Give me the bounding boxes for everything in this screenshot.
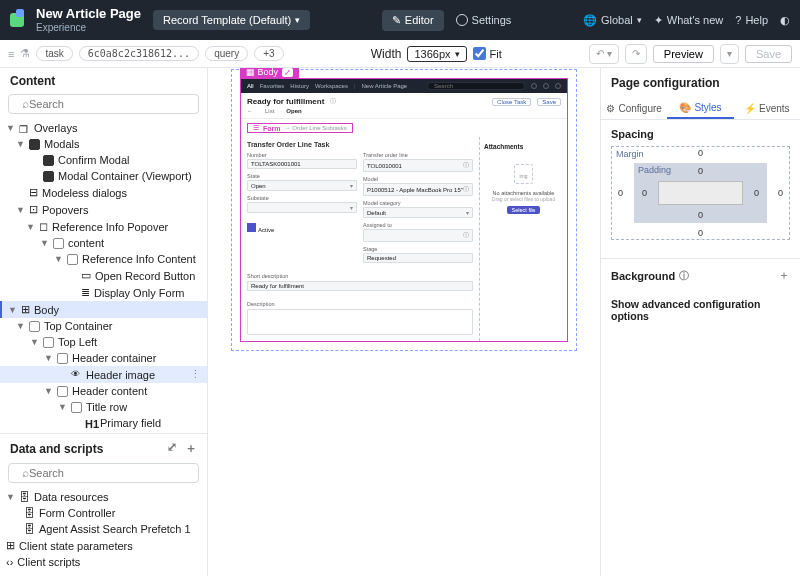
record-id-pill[interactable]: 6c0a8c2c318612... xyxy=(79,46,199,61)
form-controller[interactable]: 🗄Form Controller xyxy=(0,505,207,521)
preview-help-icon xyxy=(543,83,549,89)
tree-top-container[interactable]: ▼Top Container xyxy=(0,318,207,334)
tab-styles[interactable]: 🎨Styles xyxy=(667,98,733,119)
fit-checkbox[interactable]: Fit xyxy=(473,47,502,60)
query-pill[interactable]: query xyxy=(205,46,248,61)
number-field[interactable]: TOLTASK0001001 xyxy=(247,159,357,169)
info-icon[interactable]: ⓘ xyxy=(330,97,336,106)
active-checkbox[interactable] xyxy=(247,223,256,232)
substate-field[interactable]: ▾ xyxy=(247,202,357,213)
body-chip-handle-icon[interactable]: ⤢ xyxy=(282,68,293,77)
help-button[interactable]: ?Help xyxy=(735,14,768,26)
padding-box[interactable]: Padding 0 0 0 0 xyxy=(634,163,767,223)
tree-body[interactable]: ▼⊞Body xyxy=(0,301,207,318)
tree-modal-container[interactable]: Modal Container (Viewport) xyxy=(0,168,207,184)
tree-header-container[interactable]: ▼Header container xyxy=(0,350,207,366)
agent-assist[interactable]: 🗄Agent Assist Search Prefetch 1 xyxy=(0,521,207,537)
save-record-button[interactable]: Save xyxy=(537,98,561,106)
tree-popovers[interactable]: ▼⊡Popovers xyxy=(0,201,207,218)
state-field[interactable]: Open▾ xyxy=(247,180,357,191)
container-icon xyxy=(43,337,54,348)
globe-icon: 🌐 xyxy=(583,14,597,27)
task-pill[interactable]: task xyxy=(36,46,72,61)
help-icon: ? xyxy=(735,14,741,26)
form-chip[interactable]: ☰Form → Order Line Subtasks xyxy=(247,123,353,133)
container-icon xyxy=(29,321,40,332)
tree-reference-popover[interactable]: ▼◻Reference Info Popover xyxy=(0,218,207,235)
redo-button[interactable]: ↷ xyxy=(625,44,647,64)
tol-field[interactable]: TOL0010001ⓘ xyxy=(363,159,473,172)
tree-header-image[interactable]: Header image ⋮ xyxy=(0,366,207,383)
tree-reference-content[interactable]: ▼Reference Info Content xyxy=(0,251,207,267)
tree-overlays[interactable]: ▼Overlays xyxy=(0,120,207,136)
body-selection-chip[interactable]: ▦ Body⤢ xyxy=(240,68,299,78)
sparkle-icon: ✦ xyxy=(654,14,663,27)
preview-avatar-icon xyxy=(555,83,561,89)
client-state[interactable]: ⊞Client state parameters xyxy=(0,537,207,554)
more-pill[interactable]: +3 xyxy=(254,46,283,61)
record-template-button[interactable]: Record Template (Default)▾ xyxy=(153,10,310,30)
data-search-input[interactable] xyxy=(8,463,199,483)
modal-icon xyxy=(43,155,54,166)
tree-title-row[interactable]: ▼Title row xyxy=(0,399,207,415)
preview-search[interactable] xyxy=(427,82,525,90)
app-logo xyxy=(10,13,24,27)
preview-button[interactable]: Preview xyxy=(653,45,714,63)
margin-box[interactable]: Margin 0 0 0 0 Padding 0 0 0 0 xyxy=(611,146,790,240)
expand-icon[interactable]: ⤢ xyxy=(167,440,177,457)
tree-header-content[interactable]: ▼Header content xyxy=(0,383,207,399)
pencil-icon: ✎ xyxy=(392,14,401,27)
palette-icon: 🎨 xyxy=(679,102,691,113)
container-icon xyxy=(71,402,82,413)
data-resources[interactable]: ▼🗄Data resources xyxy=(0,489,207,505)
contrast-toggle[interactable]: ◐ xyxy=(780,14,790,27)
preview-record-title: Ready for fulfillment xyxy=(247,97,324,106)
heading-icon: H1 xyxy=(85,418,96,429)
page-title: New Article Page xyxy=(36,7,141,21)
width-select[interactable]: 1366px▾ xyxy=(407,46,466,62)
container-icon xyxy=(57,353,68,364)
global-menu[interactable]: 🌐Global▾ xyxy=(583,14,642,27)
advanced-config-link[interactable]: Show advanced configuration options xyxy=(601,292,800,328)
data-panel-title: Data and scripts xyxy=(10,442,103,456)
flask-icon[interactable]: ⚗ xyxy=(20,47,30,60)
undo-button[interactable]: ↶ ▾ xyxy=(589,44,619,64)
content-search-input[interactable] xyxy=(8,94,199,114)
tab-events[interactable]: ⚡Events xyxy=(734,98,800,119)
stage-field[interactable]: Requested xyxy=(363,253,473,263)
add-icon[interactable]: ＋ xyxy=(185,440,197,457)
spacing-title: Spacing xyxy=(611,128,790,140)
description-field[interactable] xyxy=(247,309,473,335)
save-button[interactable]: Save xyxy=(745,45,792,63)
tree-content[interactable]: ▼content xyxy=(0,235,207,251)
whats-new-button[interactable]: ✦What's new xyxy=(654,14,724,27)
tree-top-left[interactable]: ▼Top Left xyxy=(0,334,207,350)
tree-confirm-modal[interactable]: Confirm Modal xyxy=(0,152,207,168)
model-category-field[interactable]: Default▾ xyxy=(363,207,473,218)
tree-modals[interactable]: ▼Modals xyxy=(0,136,207,152)
modal-icon xyxy=(43,171,54,182)
client-scripts[interactable]: ‹›Client scripts xyxy=(0,554,207,570)
select-file-button[interactable]: Select file xyxy=(507,206,541,214)
preview-bell-icon xyxy=(531,83,537,89)
tree-modeless[interactable]: ⊟Modeless dialogs xyxy=(0,184,207,201)
config-panel-title: Page configuration xyxy=(601,68,800,98)
short-description-field[interactable]: Ready for fulfillment xyxy=(247,281,473,291)
menu-icon[interactable]: ≡ xyxy=(8,48,14,60)
more-icon[interactable]: ⋮ xyxy=(190,368,201,381)
modal-icon xyxy=(29,139,40,150)
add-background-button[interactable]: ＋ xyxy=(778,267,790,284)
close-task-button[interactable]: Close Task xyxy=(492,98,531,106)
tree-open-record-button[interactable]: ▭Open Record Button xyxy=(0,267,207,284)
model-field[interactable]: P1000512 - Apple MacBook Pro 15"ⓘ xyxy=(363,183,473,196)
editor-button[interactable]: ✎Editor xyxy=(382,10,444,31)
tree-display-only-form[interactable]: ≣Display Only Form xyxy=(0,284,207,301)
assigned-to-field[interactable]: ⓘ xyxy=(363,229,473,242)
tree-primary-field[interactable]: H1Primary field xyxy=(0,415,207,431)
settings-button[interactable]: Settings xyxy=(456,14,512,26)
preview-dropdown[interactable]: ▾ xyxy=(720,44,739,64)
attachment-hint: Drag or select files to upload xyxy=(492,196,555,202)
form-section-title: Transfer Order Line Task xyxy=(241,137,479,152)
info-icon[interactable]: ⓘ xyxy=(679,269,689,283)
tab-configure[interactable]: ⚙Configure xyxy=(601,98,667,119)
